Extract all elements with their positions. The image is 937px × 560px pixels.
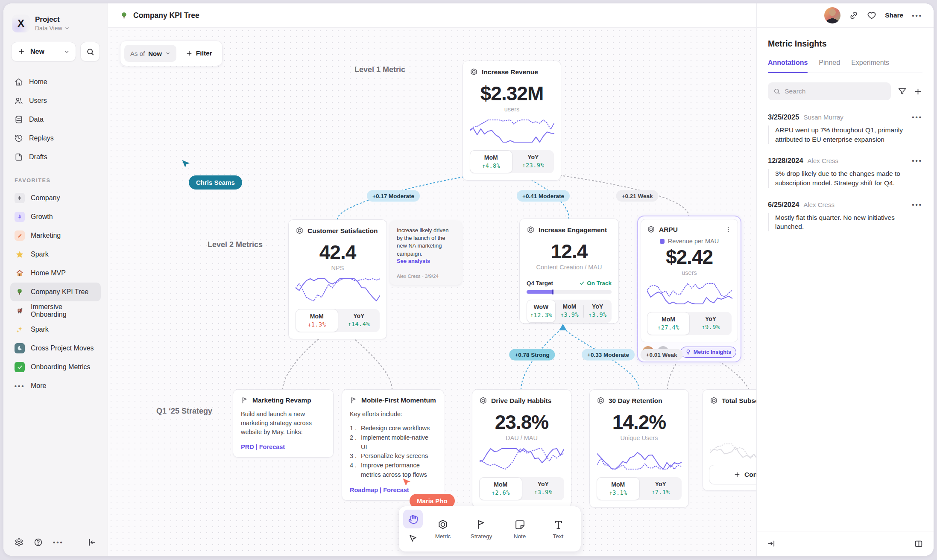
stat-mom[interactable]: MoM↑4.8%: [470, 150, 512, 173]
kpi-tree-canvas[interactable]: As of Now Filter Level 1 Metric Level 2 …: [108, 28, 756, 556]
metric-title: Customer Satisfaction: [307, 227, 378, 235]
hand-icon: [408, 514, 418, 524]
kebab-menu-icon[interactable]: [725, 226, 732, 233]
new-button[interactable]: New: [11, 42, 76, 61]
stat-mom[interactable]: MoM↑3.9%: [556, 300, 584, 323]
fav-label: Company: [31, 194, 60, 202]
fav-label: Home MVP: [31, 269, 66, 277]
hand-tool-button[interactable]: [403, 510, 423, 528]
sidebar-item-replays[interactable]: Replays: [10, 129, 101, 148]
strategy-card-marketing-revamp[interactable]: Marketing Revamp Build and launch a new …: [233, 389, 334, 458]
stat-wow[interactable]: WoW↑12.3%: [527, 300, 556, 323]
share-button[interactable]: Share: [885, 12, 903, 19]
sidebar-item-home[interactable]: Home: [10, 73, 101, 91]
add-annotation-icon[interactable]: [914, 87, 922, 96]
filter-button[interactable]: Filter: [180, 45, 218, 62]
settings-gear-icon[interactable]: [15, 538, 23, 547]
as-of-dropdown[interactable]: As of Now: [124, 45, 176, 62]
canvas-header: Company KPI Tree: [108, 3, 756, 28]
stats-row: MoM↑2.6% YoY↑3.9%: [479, 477, 564, 500]
sidebar-item-immersive-onboarding[interactable]: Immersive Onboarding: [10, 301, 101, 320]
annotation-date: 3/25/2025: [768, 113, 799, 121]
collapse-sidebar-icon[interactable]: [88, 538, 97, 547]
stat-mom[interactable]: MoM↑2.6%: [479, 477, 522, 500]
filter-funnel-icon[interactable]: [898, 87, 907, 96]
annotation-author: Alex Cress: [803, 201, 908, 208]
metric-tool-button[interactable]: Metric: [425, 516, 461, 541]
annotation-menu-icon[interactable]: •••: [912, 114, 922, 121]
project-subtitle[interactable]: Data View: [35, 25, 70, 32]
split-view-icon[interactable]: [914, 539, 923, 548]
stat-yoy[interactable]: YoY↑9.9%: [690, 312, 732, 335]
sidebar-item-company-kpi-tree[interactable]: Company KPI Tree: [10, 283, 101, 301]
series-legend: Revenue per MAU: [647, 238, 732, 245]
help-icon[interactable]: [34, 538, 43, 547]
sidebar-item-data[interactable]: Data: [10, 110, 101, 129]
sidebar-item-home-mvp[interactable]: Home MVP: [10, 264, 101, 283]
strategy-intro: Key efforts include:: [350, 410, 436, 419]
chevron-down-icon[interactable]: [64, 49, 70, 55]
collapse-panel-icon[interactable]: [767, 539, 776, 548]
metric-title: Total Subscript: [722, 397, 756, 405]
annotation-menu-icon[interactable]: •••: [912, 157, 922, 164]
sidebar-item-cross-project-moves[interactable]: Cross Project Moves: [10, 339, 101, 358]
metric-icon: [470, 68, 478, 76]
metric-value: 23.8%: [479, 411, 564, 434]
favorite-heart-icon[interactable]: [867, 11, 876, 20]
annotation-item[interactable]: 12/28/2024 Alex Cress ••• 3% drop likely…: [768, 157, 922, 187]
sidebar-item-onboarding-metrics[interactable]: Onboarding Metrics: [10, 358, 101, 376]
q4-target-progress: [527, 290, 612, 294]
annotation-item[interactable]: 6/25/2024 Alex Cress ••• Mostly flat thi…: [768, 201, 922, 231]
metric-insights-badge[interactable]: Metric Insights: [680, 347, 736, 358]
metric-icon: [597, 397, 605, 405]
stat-yoy[interactable]: YoY↑14.4%: [338, 309, 380, 332]
metric-card-increase-revenue[interactable]: Increase Revenue $2.32M users MoM↑4.8% Y…: [463, 61, 561, 181]
effort-list: Redesign core workflows Implement mobile…: [350, 424, 436, 480]
search-input[interactable]: [785, 88, 885, 95]
user-avatar[interactable]: [824, 7, 840, 23]
stat-yoy[interactable]: YoY↑3.9%: [522, 477, 565, 500]
sidebar-item-users[interactable]: Users: [10, 91, 101, 110]
metric-card-customer-satisfaction[interactable]: Customer Satisfaction 42.4 NPS MoM↓1.3% …: [288, 219, 387, 339]
sidebar-item-more[interactable]: ••• More: [10, 376, 101, 395]
sidebar-item-marketing[interactable]: Marketing: [10, 226, 101, 245]
project-switcher[interactable]: X Project Data View: [10, 13, 101, 42]
sidebar-item-company[interactable]: Company: [10, 189, 101, 207]
copy-link-icon[interactable]: [849, 11, 858, 20]
stat-yoy[interactable]: YoY↑7.1%: [640, 477, 682, 500]
prd-forecast-links[interactable]: PRD | Forecast: [241, 443, 325, 450]
more-options-icon[interactable]: •••: [53, 539, 64, 546]
annotation-search[interactable]: [768, 82, 891, 100]
metric-card-30-day-retention[interactable]: 30 Day Retention 14.2% Unique Users MoM↑…: [589, 389, 689, 508]
stat-yoy[interactable]: YoY↑23.9%: [512, 150, 554, 173]
sidebar-item-growth[interactable]: Growth: [10, 207, 101, 226]
tab-annotations[interactable]: Annotations: [768, 59, 808, 73]
metric-card-total-subscriptions[interactable]: Total Subscript Connect: [703, 389, 756, 491]
strategy-tool-button[interactable]: Strategy: [463, 516, 500, 541]
select-tool-button[interactable]: [403, 529, 423, 548]
stat-mom[interactable]: MoM↑3.1%: [597, 477, 640, 500]
sidebar-item-spark[interactable]: Spark: [10, 245, 101, 264]
stat-mom[interactable]: MoM↓1.3%: [296, 309, 338, 332]
sidebar-item-spark-2[interactable]: Spark: [10, 320, 101, 339]
see-analysis-link[interactable]: See analysis: [397, 258, 455, 264]
metric-card-drive-daily-habbits[interactable]: Drive Daily Habbits 23.8% DAU / MAU MoM↑…: [472, 389, 571, 508]
annotation-menu-icon[interactable]: •••: [912, 201, 922, 208]
text-tool-button[interactable]: Text: [540, 517, 577, 541]
stats-row: MoM↓1.3% YoY↑14.4%: [296, 309, 380, 332]
tab-experiments[interactable]: Experiments: [851, 59, 889, 73]
stat-mom[interactable]: MoM↑27.4%: [647, 312, 690, 335]
sidebar-item-drafts[interactable]: Drafts: [10, 148, 101, 166]
metric-card-increase-engagement[interactable]: Increase Engagement 12.4 Content Creatio…: [519, 219, 619, 324]
metric-card-arpu-selected[interactable]: ARPU Revenue per MAU $2.42 users MoM↑27.…: [637, 216, 741, 362]
filter-label: Filter: [196, 50, 212, 57]
note-tool-button[interactable]: Note: [501, 517, 538, 541]
connect-button[interactable]: Connect: [709, 465, 756, 484]
tab-pinned[interactable]: Pinned: [819, 59, 840, 73]
more-menu-icon[interactable]: •••: [912, 12, 922, 19]
stat-yoy[interactable]: YoY↑3.9%: [583, 300, 612, 323]
check-icon: [579, 280, 585, 286]
sidebar-search-button[interactable]: [80, 42, 100, 61]
annotation-item[interactable]: 3/25/2025 Susan Murray ••• ARPU went up …: [768, 113, 922, 144]
annotation-note-campaign[interactable]: Increase likely driven by the launch of …: [390, 221, 462, 285]
